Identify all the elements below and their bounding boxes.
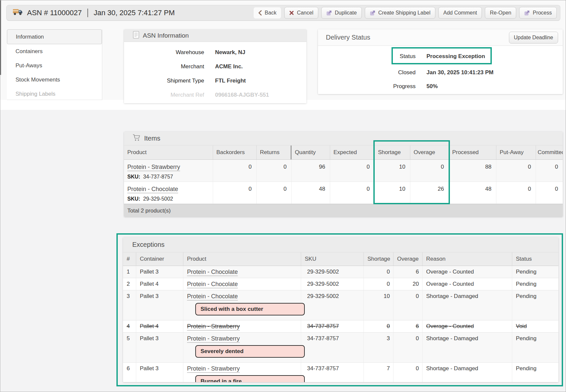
product-link-strawberry[interactable]: Protein - Strawberry <box>127 164 180 171</box>
sidebar-item-shipping-labels[interactable]: Shipping Labels <box>7 87 102 101</box>
delivery-status-panel: Delivery Status Update Deadline Status P… <box>318 29 563 94</box>
col-sku: SKU <box>301 252 364 266</box>
col-expected: Expected <box>330 146 375 159</box>
back-button[interactable]: Back <box>253 7 282 19</box>
process-icon <box>524 10 530 16</box>
asn-datetime: Jan 30, 2025 7:41:27 PM <box>94 9 175 17</box>
sku-line: SKU: 29-329-5002 <box>127 196 211 202</box>
sidebar-item-stock-movements[interactable]: Stock Movements <box>7 73 102 87</box>
asn-information-title: ASN Information <box>143 32 189 39</box>
exception-product-link[interactable]: Protein - Strawberry <box>187 365 240 373</box>
col-container: Container <box>136 252 183 266</box>
cell-put-away: 0 <box>496 160 536 181</box>
merchant-ref-field: Merchant Ref 0966168-AJGBY-551 <box>124 88 306 102</box>
asn-information-panel: ASN Information Warehouse Newark, NJ Mer… <box>124 29 306 103</box>
duplicate-icon <box>326 10 332 16</box>
exception-product-link[interactable]: Protein - Chocolate <box>187 293 238 301</box>
status-cell: Pending <box>512 363 558 382</box>
cell-processed: 48 <box>449 182 496 204</box>
document-icon <box>133 31 139 40</box>
shipping-label-icon <box>370 10 375 16</box>
merchant-ref-value: 0966168-AJGBY-551 <box>215 92 269 98</box>
col-quantity: Quantity <box>292 146 330 159</box>
x-icon <box>289 11 294 15</box>
sidebar-item-containers[interactable]: Containers <box>7 44 102 58</box>
shipment-type-field: Shipment Type FTL Freight <box>124 74 306 88</box>
sku-line: SKU: 34-737-8757 <box>127 174 211 180</box>
asn-information-header: ASN Information <box>124 29 306 42</box>
cell-committed: 0 <box>536 160 563 181</box>
exceptions-header: Exceptions <box>123 237 558 252</box>
status-cell: Pending <box>512 290 558 320</box>
cell-quantity: 96 <box>292 160 330 181</box>
cell-backorders: 0 <box>213 182 257 204</box>
exception-product-link[interactable]: Protein - Chocolate <box>187 281 238 288</box>
col-shortage: Shortage <box>375 146 410 159</box>
progress-field: Progress 50% <box>318 80 563 93</box>
col-number: # <box>123 252 136 266</box>
re-open-button[interactable]: Re-Open <box>485 7 516 19</box>
truck-icon <box>13 8 23 17</box>
col-committed: Committed <box>536 146 563 159</box>
status-field: Status Processing Exception <box>318 47 563 66</box>
update-deadline-button[interactable]: Update Deadline <box>509 32 558 44</box>
merchant-value: ACME Inc. <box>215 63 243 70</box>
col-shortage: Shortage <box>364 252 393 266</box>
exception-row-2: 2 Pallet 4 Protein - Chocolate 29-329-50… <box>123 278 558 290</box>
exception-product-link[interactable]: Protein - Strawberry <box>187 323 240 331</box>
delivery-status-header: Delivery Status Update Deadline <box>318 29 563 46</box>
create-shipping-label-button[interactable]: Create Shipping Label <box>365 7 435 19</box>
sidebar-nav: Information Containers Put-Aways Stock M… <box>7 29 102 100</box>
merchant-label: Merchant <box>124 63 204 70</box>
sidebar-item-put-aways[interactable]: Put-Aways <box>7 58 102 73</box>
col-overage: Overage <box>410 146 449 159</box>
merchant-field: Merchant ACME Inc. <box>124 59 306 74</box>
product-link-chocolate[interactable]: Protein - Chocolate <box>127 186 178 193</box>
exception-note: Severely dented <box>195 345 305 358</box>
col-status: Status <box>512 252 558 266</box>
cell-shortage: 10 <box>375 160 410 181</box>
sku-value: 34-737-8757 <box>143 174 173 180</box>
cell-overage: 0 <box>410 160 449 181</box>
toolbar-actions: Back Cancel Duplicate Create Shipping La… <box>253 7 557 19</box>
duplicate-button[interactable]: Duplicate <box>321 7 362 19</box>
cell-expected: 0 <box>330 160 375 181</box>
items-header: Items <box>124 132 563 146</box>
items-table-header: Product Backorders Returns Quantity Expe… <box>124 146 563 160</box>
asn-information-fields: Warehouse Newark, NJ Merchant ACME Inc. … <box>124 42 306 102</box>
status-cell: Void <box>512 320 558 332</box>
exception-row-5: 5 Pallet 3 Protein - Strawberry Severely… <box>123 333 558 363</box>
closed-label: Closed <box>318 69 416 76</box>
col-product: Product <box>124 146 213 159</box>
col-product: Product <box>183 252 301 266</box>
status-cell: Pending <box>512 266 558 278</box>
delivery-status-fields: Status Processing Exception Closed Jan 3… <box>318 46 563 93</box>
cell-put-away: 0 <box>496 182 536 204</box>
sidebar-item-information[interactable]: Information <box>7 29 102 44</box>
exception-product-link[interactable]: Protein - Strawberry <box>187 335 240 343</box>
exception-row-3: 3 Pallet 3 Protein - Chocolate Sliced wi… <box>123 290 558 320</box>
col-processed: Processed <box>449 146 496 159</box>
add-comment-button[interactable]: Add Comment <box>438 7 482 19</box>
exceptions-table-header: # Container Product SKU Shortage Overage… <box>123 252 558 266</box>
closed-value: Jan 30, 2025 10:41:23 PM <box>426 69 493 76</box>
exception-note: Burned in a fire <box>195 375 305 382</box>
sku-value: 29-329-5002 <box>143 196 173 202</box>
exception-note: Sliced with a box cutter <box>195 303 305 315</box>
col-put-away: Put-Away <box>496 146 536 159</box>
chevron-left-icon <box>258 10 262 16</box>
exception-product-link[interactable]: Protein - Chocolate <box>187 269 238 276</box>
cell-backorders: 0 <box>213 160 257 181</box>
warehouse-field: Warehouse Newark, NJ <box>124 45 306 59</box>
status-label: Status <box>318 53 416 60</box>
cell-quantity: 48 <box>292 182 330 204</box>
process-button[interactable]: Process <box>519 7 557 19</box>
exception-row-6: 6 Pallet 3 Protein - Strawberry Burned i… <box>123 363 558 382</box>
status-cell: Pending <box>512 333 558 362</box>
progress-value: 50% <box>426 83 438 90</box>
status-cell: Pending <box>512 278 558 290</box>
col-overage: Overage <box>393 252 423 266</box>
shipment-type-label: Shipment Type <box>124 78 204 84</box>
cell-expected: 0 <box>330 182 375 204</box>
cancel-button[interactable]: Cancel <box>284 7 318 19</box>
